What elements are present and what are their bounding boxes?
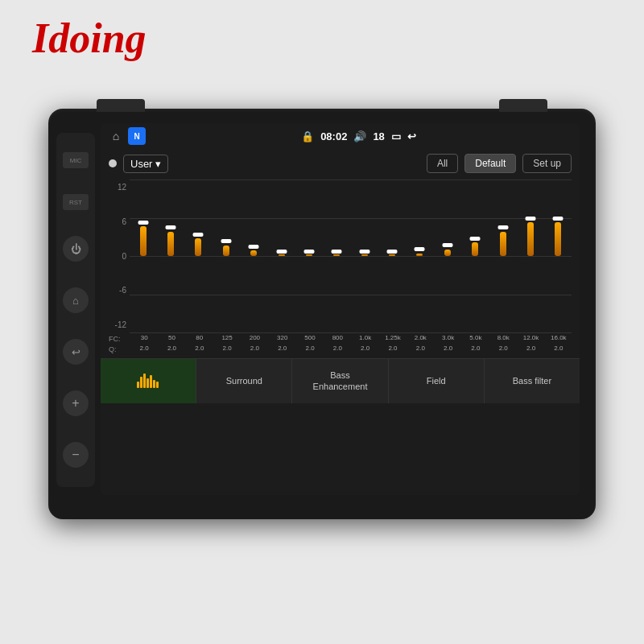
vol-down-button[interactable]: − bbox=[63, 442, 89, 468]
fc-val-500: 500 bbox=[297, 334, 323, 343]
all-button[interactable]: All bbox=[427, 154, 458, 173]
eq-handle-800[interactable] bbox=[332, 250, 342, 254]
fc-val-5.0k: 5.0k bbox=[463, 334, 489, 343]
fc-val-320: 320 bbox=[270, 334, 295, 343]
eq-handle-125[interactable] bbox=[221, 239, 231, 243]
eq-controls-row: User ▾ All Default Set up bbox=[109, 154, 572, 173]
rst-button[interactable]: RST bbox=[63, 194, 89, 210]
tab-label-field: Field bbox=[427, 376, 446, 386]
eq-band-1.0k[interactable] bbox=[351, 180, 378, 332]
eq-handle-50[interactable] bbox=[166, 225, 176, 229]
eq-band-12.0k[interactable] bbox=[517, 180, 543, 332]
eq-band-200[interactable] bbox=[241, 180, 267, 332]
nav-app-icon[interactable]: N bbox=[128, 127, 146, 145]
tab-bass_filter[interactable]: Bass filter bbox=[485, 359, 580, 403]
page-background: Idoing MIC RST ⏻ ⌂ ↩ + − ⌂ N 🔒 bbox=[0, 0, 644, 644]
eq-band-50[interactable] bbox=[157, 180, 184, 332]
eq-handle-1.0k[interactable] bbox=[359, 250, 369, 254]
q-val-320: 2.0 bbox=[270, 345, 295, 353]
q-val-2.0k: 2.0 bbox=[407, 345, 433, 353]
svg-rect-4 bbox=[150, 375, 152, 388]
fc-val-8.0k: 8.0k bbox=[490, 334, 516, 343]
q-val-30: 2.0 bbox=[131, 345, 157, 353]
tab-eq[interactable] bbox=[101, 359, 196, 403]
tab-label-bass_enhancement: Bass Enhancement bbox=[313, 370, 368, 391]
fc-val-1.0k: 1.0k bbox=[353, 334, 378, 343]
q-val-200: 2.0 bbox=[242, 345, 267, 353]
default-button[interactable]: Default bbox=[464, 154, 516, 173]
eq-handle-2.0k[interactable] bbox=[415, 247, 425, 251]
q-val-12.0k: 2.0 bbox=[518, 345, 543, 353]
eq-band-5.0k[interactable] bbox=[462, 180, 489, 332]
tab-bass_enhancement[interactable]: Bass Enhancement bbox=[292, 359, 388, 403]
eq-handle-16.0k[interactable] bbox=[553, 217, 564, 221]
eq-band-80[interactable] bbox=[185, 180, 212, 332]
svg-rect-1 bbox=[140, 377, 142, 388]
q-val-1.25k: 2.0 bbox=[380, 345, 406, 353]
chevron-down-icon: ▾ bbox=[155, 158, 161, 170]
eq-band-320[interactable] bbox=[268, 180, 295, 332]
fc-label: FC: bbox=[109, 334, 131, 343]
fc-row: FC: 3050801252003205008001.0k1.25k2.0k3.… bbox=[109, 334, 572, 343]
mount-tab-right bbox=[499, 99, 547, 112]
fc-val-2.0k: 2.0k bbox=[407, 334, 433, 343]
fc-values: 3050801252003205008001.0k1.25k2.0k3.0k5.… bbox=[131, 334, 572, 343]
eq-band-125[interactable] bbox=[213, 180, 239, 332]
svg-rect-2 bbox=[143, 374, 146, 388]
eq-handle-320[interactable] bbox=[276, 250, 287, 254]
eq-band-1.25k[interactable] bbox=[378, 180, 405, 332]
status-left: ⌂ N bbox=[109, 127, 146, 145]
clock: 08:02 bbox=[320, 130, 347, 142]
eq-tab-icon bbox=[137, 370, 159, 392]
eq-handle-8.0k[interactable] bbox=[497, 225, 508, 229]
back-side-button[interactable]: ↩ bbox=[63, 339, 89, 365]
eq-band-16.0k[interactable] bbox=[545, 180, 572, 332]
eq-handle-30[interactable] bbox=[138, 221, 148, 225]
eq-band-800[interactable] bbox=[324, 180, 350, 332]
home-side-button[interactable]: ⌂ bbox=[63, 287, 89, 313]
eq-handle-80[interactable] bbox=[193, 233, 204, 237]
preset-dot bbox=[109, 159, 117, 167]
q-label: Q: bbox=[109, 345, 131, 353]
lock-icon: 🔒 bbox=[301, 130, 314, 142]
setup-button[interactable]: Set up bbox=[522, 154, 572, 173]
vol-up-button[interactable]: + bbox=[63, 390, 89, 416]
screen: ⌂ N 🔒 08:02 🔊 18 ▭ ↩ User bbox=[101, 123, 580, 495]
tab-label-bass_filter: Bass filter bbox=[513, 376, 551, 386]
eq-chart: 1260-6-12 bbox=[109, 180, 572, 332]
home-icon[interactable]: ⌂ bbox=[109, 129, 123, 143]
fc-val-3.0k: 3.0k bbox=[435, 334, 460, 343]
q-values: 2.02.02.02.02.02.02.02.02.02.02.02.02.02… bbox=[131, 345, 572, 353]
eq-band-8.0k[interactable] bbox=[489, 180, 516, 332]
eq-band-500[interactable] bbox=[295, 180, 322, 332]
preset-label: User bbox=[130, 158, 152, 170]
eq-handle-1.25k[interactable] bbox=[387, 250, 398, 254]
q-val-5.0k: 2.0 bbox=[463, 345, 489, 353]
tab-field[interactable]: Field bbox=[389, 359, 485, 403]
q-val-50: 2.0 bbox=[159, 345, 184, 353]
left-side-panel: MIC RST ⏻ ⌂ ↩ + − bbox=[56, 133, 95, 487]
eq-handle-500[interactable] bbox=[303, 250, 314, 254]
q-val-3.0k: 2.0 bbox=[435, 345, 460, 353]
svg-rect-3 bbox=[147, 378, 149, 388]
eq-handle-3.0k[interactable] bbox=[442, 243, 452, 247]
back-icon[interactable]: ↩ bbox=[407, 130, 416, 142]
eq-band-2.0k[interactable] bbox=[407, 180, 433, 332]
eq-handle-5.0k[interactable] bbox=[470, 237, 481, 241]
eq-handle-200[interactable] bbox=[249, 245, 259, 249]
mic-button[interactable]: MIC bbox=[63, 152, 89, 168]
mount-tab-left bbox=[97, 99, 145, 112]
q-val-125: 2.0 bbox=[214, 345, 240, 353]
eq-handle-12.0k[interactable] bbox=[525, 217, 535, 221]
fc-val-125: 125 bbox=[214, 334, 240, 343]
tab-surround[interactable]: Surround bbox=[196, 359, 292, 403]
preset-selector[interactable]: User ▾ bbox=[123, 155, 168, 173]
bottom-tabs: SurroundBass EnhancementFieldBass filter bbox=[101, 358, 580, 403]
volume-icon: 🔊 bbox=[353, 130, 366, 142]
eq-band-30[interactable] bbox=[130, 180, 156, 332]
eq-band-3.0k[interactable] bbox=[434, 180, 460, 332]
power-button[interactable]: ⏻ bbox=[63, 236, 89, 262]
car-unit: MIC RST ⏻ ⌂ ↩ + − ⌂ N 🔒 08:02 🔊 18 bbox=[48, 109, 596, 519]
tab-label-surround: Surround bbox=[226, 376, 262, 386]
fc-val-30: 30 bbox=[131, 334, 157, 343]
